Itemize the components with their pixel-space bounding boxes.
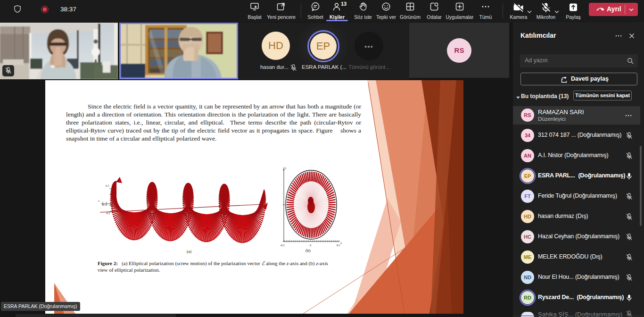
svg-text:0.5: 0.5: [337, 244, 340, 247]
svg-text:(b): (b): [305, 248, 311, 253]
svg-text:y: y: [285, 167, 286, 169]
svg-text:-0.5: -0.5: [106, 212, 110, 215]
svg-text:0.5: 0.5: [106, 184, 109, 187]
svg-text:x: x: [340, 242, 342, 244]
svg-text:-0.5: -0.5: [102, 203, 107, 206]
svg-text:x: x: [98, 200, 99, 202]
svg-text:(a): (a): [187, 249, 191, 254]
svg-text:0: 0: [310, 244, 311, 247]
svg-text:-0.5: -0.5: [280, 244, 285, 247]
